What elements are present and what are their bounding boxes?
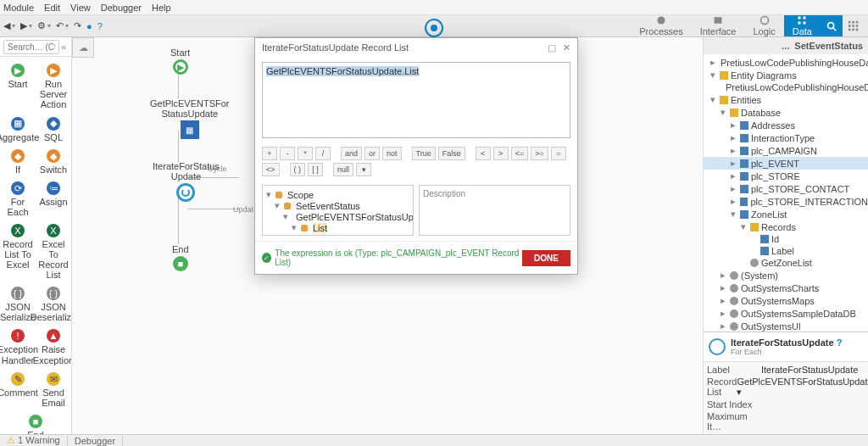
- start-node[interactable]: Start ▶: [170, 47, 190, 75]
- op-button[interactable]: <: [476, 147, 491, 160]
- property-row[interactable]: Record ListGetPlcEVENTSForStatusUpdate… …: [707, 376, 865, 399]
- end-node[interactable]: End ■: [172, 244, 189, 271]
- tab-interface[interactable]: Interface: [692, 15, 745, 36]
- tab-logic[interactable]: Logic: [744, 15, 783, 36]
- tab-processes[interactable]: Processes: [631, 15, 691, 36]
- tree-item[interactable]: ▸plc_EVENT: [704, 157, 868, 170]
- scope-item[interactable]: ▾List: [266, 222, 409, 233]
- redo-icon[interactable]: ↷: [74, 20, 81, 31]
- op-button[interactable]: <>: [262, 163, 280, 176]
- tool-aggregate[interactable]: ▦Aggregate: [2, 117, 34, 142]
- tree-item[interactable]: ▸plc_STORE: [704, 170, 868, 182]
- op-button[interactable]: >=: [531, 147, 548, 160]
- done-button[interactable]: DONE: [522, 250, 570, 266]
- collapse-toolbox-icon[interactable]: «: [59, 42, 68, 52]
- tool-raise-exception[interactable]: ▲Raise Exception: [37, 329, 70, 365]
- tree-item[interactable]: ▸OutSystemsUI: [704, 320, 868, 332]
- tree-item[interactable]: Label: [704, 245, 868, 257]
- tool-end[interactable]: ■End: [19, 415, 52, 434]
- tool-assign[interactable]: ≔Assign: [37, 181, 70, 217]
- menu-view[interactable]: View: [70, 3, 91, 13]
- tool-switch[interactable]: ◆Switch: [37, 149, 70, 175]
- search-tab-icon[interactable]: [821, 15, 843, 36]
- op-button[interactable]: [ ]: [308, 163, 323, 176]
- tree-item[interactable]: ▸OutSystemsSampleDataDB: [704, 307, 868, 320]
- tree-item[interactable]: GetZoneList: [704, 257, 868, 269]
- debugger-tab[interactable]: Debugger: [68, 436, 123, 446]
- property-row[interactable]: Start Index: [707, 399, 865, 410]
- op-button[interactable]: <=: [511, 147, 529, 160]
- publish-icon[interactable]: ●: [86, 21, 92, 31]
- scope-item[interactable]: ▾SetEventStatus: [266, 200, 409, 211]
- breadcrumb[interactable]: … SetEventStatus: [704, 37, 868, 54]
- tree-item[interactable]: ▸plc_STORE_INTERACTION: [704, 195, 868, 208]
- tab-data[interactable]: Data: [784, 15, 821, 36]
- apps-icon[interactable]: [843, 15, 865, 36]
- tool-start[interactable]: ▶Start: [2, 64, 34, 109]
- undo-icon[interactable]: ↶▾: [56, 20, 69, 31]
- tree-item[interactable]: ▸OutSystemsCharts: [704, 282, 868, 294]
- tool-sql[interactable]: ◆SQL: [37, 117, 70, 142]
- help-icon[interactable]: ?: [97, 21, 103, 31]
- tree-item[interactable]: PretiusLowCodePublishingHouseDataD…: [704, 81, 868, 93]
- tool-record-list-to-excel[interactable]: XRecord List To Excel: [2, 224, 34, 280]
- tool-json-serialize[interactable]: { }JSON Serialize: [2, 287, 34, 322]
- tree-item[interactable]: ▸(System): [704, 269, 868, 282]
- menu-edit[interactable]: Edit: [44, 3, 60, 13]
- op-button[interactable]: *: [298, 147, 313, 160]
- foreach-node[interactable]: IterateForStatus Update: [153, 161, 220, 202]
- op-button[interactable]: and: [341, 147, 362, 160]
- tree-item[interactable]: ▸PretiusLowCodePublishingHouseData: [704, 56, 868, 69]
- forward-button[interactable]: ▶▾: [20, 20, 32, 31]
- tool-for-each[interactable]: ⟳For Each: [2, 181, 34, 217]
- tool-comment[interactable]: ✎Comment: [2, 372, 34, 408]
- menu-module[interactable]: Module: [3, 3, 34, 13]
- menu-help[interactable]: Help: [152, 3, 171, 13]
- op-button[interactable]: >: [493, 147, 509, 160]
- tool-exception-handler[interactable]: !Exception Handler: [2, 329, 34, 365]
- scope-item[interactable]: ▾GetPlcEVENTSForStatusUpdate: [266, 211, 409, 222]
- scope-tree[interactable]: ▾Scope▾SetEventStatus▾GetPlcEVENTSForSta…: [262, 185, 414, 236]
- expression-textarea[interactable]: GetPlcEVENTSForStatusUpdate.List: [262, 62, 570, 138]
- tree-item[interactable]: ▸OutSystemsMaps: [704, 294, 868, 307]
- tree-item[interactable]: ▸Addresses: [704, 119, 868, 131]
- tool-excel-to-record-list[interactable]: XExcel To Record List: [37, 224, 70, 280]
- tree-item[interactable]: ▾Database: [704, 106, 868, 119]
- back-button[interactable]: ◀▾: [3, 20, 15, 31]
- op-button[interactable]: or: [364, 147, 380, 160]
- scope-item[interactable]: ▾Scope: [266, 189, 409, 200]
- property-row[interactable]: Maximum It…: [707, 410, 865, 432]
- op-button[interactable]: =: [551, 147, 566, 160]
- op-button[interactable]: +: [262, 147, 277, 160]
- op-button[interactable]: null: [333, 163, 353, 176]
- tool-json-deserialize[interactable]: { }JSON Deserialize: [37, 287, 70, 322]
- op-button[interactable]: False: [438, 147, 465, 160]
- op-button[interactable]: ▾: [356, 163, 371, 176]
- modal-close-icon[interactable]: ✕: [563, 42, 570, 53]
- warnings-tab[interactable]: 1 Warning: [0, 435, 68, 446]
- tree-item[interactable]: ▾Entity Diagrams: [704, 69, 868, 81]
- aggregate-node[interactable]: GetPlcEVENTSFor StatusUpdate ▦: [150, 98, 230, 139]
- op-button[interactable]: -: [280, 147, 295, 160]
- scope-item[interactable]: Current: [266, 233, 409, 236]
- op-button[interactable]: not: [382, 147, 402, 160]
- tree-item[interactable]: ▾Records: [704, 220, 868, 233]
- op-button[interactable]: /: [315, 147, 331, 160]
- tool-run-server-action[interactable]: ▶Run Server Action: [37, 64, 70, 109]
- tree-item[interactable]: ▸plc_STORE_CONTACT: [704, 182, 868, 195]
- cloud-icon[interactable]: ☁: [72, 37, 94, 58]
- property-row[interactable]: LabelIterateForStatusUpdate: [707, 364, 865, 376]
- menu-debugger[interactable]: Debugger: [101, 3, 142, 13]
- modal-maximize-icon[interactable]: ▢: [548, 42, 556, 53]
- tree-item[interactable]: ▾Entities: [704, 93, 868, 106]
- tree-item[interactable]: Id: [704, 233, 868, 245]
- op-button[interactable]: ( ): [290, 163, 306, 176]
- settings-icon[interactable]: ⚙▾: [37, 20, 51, 31]
- tool-send-email[interactable]: ✉Send Email: [37, 372, 70, 408]
- op-button[interactable]: True: [412, 147, 436, 160]
- prop-help-icon[interactable]: ?: [837, 337, 843, 348]
- tool-if[interactable]: ◆If: [2, 149, 34, 175]
- tree-item[interactable]: ▸InteractionType: [704, 131, 868, 144]
- toolbox-search-input[interactable]: [3, 40, 59, 54]
- tree-item[interactable]: ▸plc_CAMPAIGN: [704, 144, 868, 157]
